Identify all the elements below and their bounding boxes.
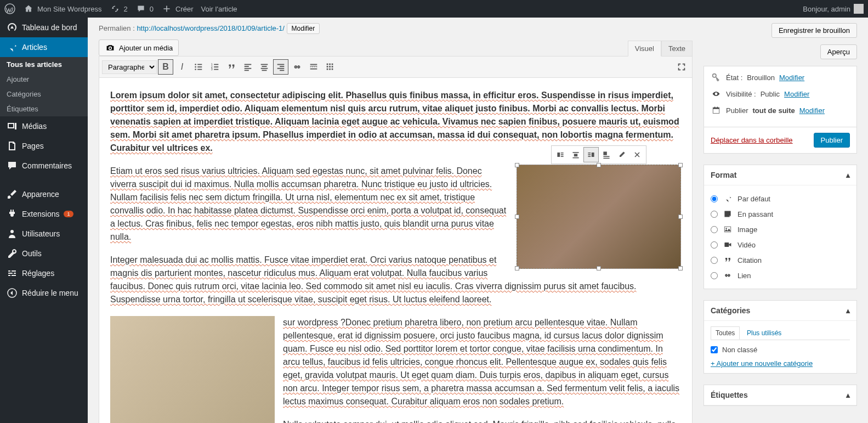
svg-rect-44 <box>574 154 577 156</box>
comments-link[interactable]: 0 <box>135 3 154 14</box>
add-category-link[interactable]: + Ajouter une nouvelle catégorie <box>711 359 813 368</box>
format-label: Image <box>737 225 757 234</box>
img-align-center-button[interactable] <box>568 147 583 162</box>
sidebar-item-dashboard[interactable]: Tableau de bord <box>0 18 88 37</box>
format-radio-aside[interactable] <box>711 211 718 218</box>
kitchen-sink-button[interactable] <box>322 59 338 75</box>
sidebar-item-tools[interactable]: Outils <box>0 244 88 263</box>
sidebar-sub-all[interactable]: Tous les articles <box>0 57 88 72</box>
avatar <box>854 4 864 14</box>
schedule-modify-link[interactable]: Modifier <box>799 106 825 115</box>
tab-text[interactable]: Texte <box>661 41 693 56</box>
img-remove-button[interactable] <box>629 147 645 162</box>
greeting[interactable]: Bonjour, admin <box>803 4 864 14</box>
img-align-none-button[interactable] <box>599 147 614 162</box>
categories-panel-header[interactable]: Catégories▴ <box>704 301 856 321</box>
trash-link[interactable]: Déplacer dans la corbeille <box>711 136 793 144</box>
preview-button[interactable]: Aperçu <box>820 44 857 59</box>
categories-panel: Catégories▴ Toutes Plus utilisés Non cla… <box>704 300 857 374</box>
svg-rect-10 <box>214 64 218 65</box>
calendar-icon <box>711 105 722 116</box>
inserted-image-right[interactable] <box>517 165 681 269</box>
cat-checkbox-uncategorized[interactable] <box>711 346 718 353</box>
sidebar-item-appearance[interactable]: Apparence <box>0 184 88 204</box>
svg-rect-51 <box>603 156 609 157</box>
img-edit-button[interactable] <box>614 147 629 162</box>
format-radio-video[interactable] <box>711 241 718 249</box>
sidebar-item-users[interactable]: Utilisateurs <box>0 224 88 244</box>
italic-button[interactable]: I <box>174 59 190 75</box>
refresh-icon <box>110 3 121 14</box>
sidebar-item-comments[interactable]: Commentaires <box>0 156 88 176</box>
state-modify-link[interactable]: Modifier <box>779 74 804 82</box>
align-center-button[interactable] <box>257 59 272 75</box>
img-align-left-button[interactable] <box>553 147 568 162</box>
cat-tab-all[interactable]: Toutes <box>711 326 740 340</box>
tab-visual[interactable]: Visuel <box>628 41 661 57</box>
align-right-button[interactable] <box>273 59 288 75</box>
cat-tab-most[interactable]: Plus utilisés <box>742 326 786 340</box>
ol-button[interactable]: 123 <box>207 59 223 75</box>
permalink-link[interactable]: http://localhost/wordpress/2018/01/09/ar… <box>137 24 285 32</box>
format-panel-header[interactable]: Format▴ <box>704 165 856 185</box>
site-name-link[interactable]: Mon Site Wordpress <box>23 3 102 14</box>
sidebar-submenu-articles: Tous les articles Ajouter Catégories Éti… <box>0 57 88 116</box>
svg-rect-36 <box>327 69 328 70</box>
fullscreen-button[interactable] <box>674 59 689 75</box>
video-icon <box>722 239 733 250</box>
format-radio-quote[interactable] <box>711 257 718 264</box>
link-icon <box>722 270 733 281</box>
view-article-link[interactable]: Voir l'article <box>201 5 237 13</box>
svg-rect-20 <box>262 66 267 67</box>
sidebar-label: Réduire le menu <box>22 289 78 297</box>
visibility-modify-link[interactable]: Modifier <box>784 90 809 98</box>
svg-rect-22 <box>262 70 267 71</box>
create-link[interactable]: Créer <box>161 3 194 14</box>
schedule-label: Publier <box>726 106 748 115</box>
publish-button[interactable]: Publier <box>814 133 850 148</box>
save-draft-button[interactable]: Enregistrer le brouillon <box>771 23 857 38</box>
sidebar-label: Commentaires <box>22 161 72 170</box>
inserted-image-left[interactable] <box>110 316 275 423</box>
comment-icon <box>135 3 146 14</box>
state-label: État : <box>726 74 742 82</box>
format-radio-image[interactable] <box>711 226 718 233</box>
align-left-button[interactable] <box>240 59 256 75</box>
updates-link[interactable]: 2 <box>110 3 128 14</box>
add-media-button[interactable]: Ajouter un média <box>99 40 179 56</box>
ul-button[interactable] <box>191 59 206 75</box>
sidebar-item-extensions[interactable]: Extensions1 <box>0 204 88 224</box>
wrench-icon <box>7 248 18 259</box>
sidebar-item-collapse[interactable]: Réduire le menu <box>0 283 88 303</box>
format-radio-default[interactable] <box>711 195 718 202</box>
sidebar-label: Réglages <box>22 269 54 278</box>
permalink-edit-button[interactable]: Modifier <box>287 23 320 34</box>
state-value: Brouillon <box>747 74 775 82</box>
pin-icon <box>7 42 18 53</box>
img-align-right-button[interactable] <box>583 147 599 162</box>
svg-rect-32 <box>332 64 333 65</box>
cat-label: Non classé <box>722 346 757 354</box>
format-select[interactable]: Paragraphe <box>102 60 157 74</box>
comments-count: 0 <box>150 5 154 13</box>
media-icon <box>7 121 18 132</box>
svg-rect-38 <box>332 69 333 70</box>
wp-logo[interactable] <box>4 3 15 14</box>
add-media-label: Ajouter un média <box>119 44 173 52</box>
sidebar-sub-categories[interactable]: Catégories <box>0 87 88 101</box>
sidebar-sub-tags[interactable]: Étiquettes <box>0 101 88 116</box>
sidebar-item-pages[interactable]: Pages <box>0 136 88 156</box>
editor-content[interactable]: Lorem ipsum dolor sit amet, consectetur … <box>99 78 693 423</box>
svg-rect-16 <box>245 66 249 67</box>
sidebar-item-media[interactable]: Médias <box>0 116 88 136</box>
tags-panel-header[interactable]: Étiquettes▴ <box>704 385 856 405</box>
sidebar-item-articles[interactable]: Articles <box>0 37 88 57</box>
sidebar-item-settings[interactable]: Réglages <box>0 263 88 283</box>
quote-button[interactable] <box>224 59 239 75</box>
format-radio-link[interactable] <box>711 272 718 279</box>
more-button[interactable] <box>306 59 321 75</box>
sidebar-sub-add[interactable]: Ajouter <box>0 72 88 87</box>
link-button[interactable] <box>290 59 305 75</box>
bold-button[interactable]: B <box>158 59 173 75</box>
svg-rect-56 <box>714 107 716 109</box>
